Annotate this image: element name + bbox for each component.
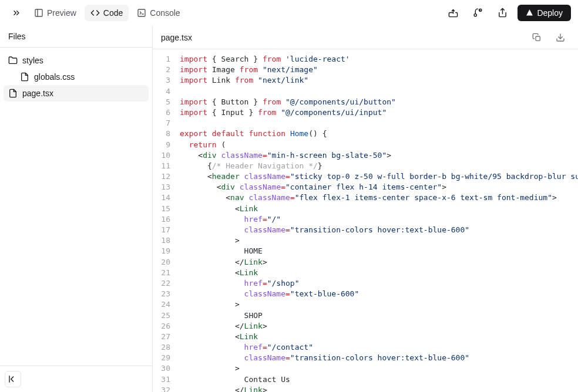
tab-label: Code bbox=[103, 8, 123, 18]
tab-preview[interactable]: Preview bbox=[28, 5, 82, 21]
code-line: className="transition-colors hover:text-… bbox=[180, 353, 578, 363]
line-number: 3 bbox=[153, 75, 170, 86]
share-icon[interactable] bbox=[493, 4, 512, 22]
line-number: 20 bbox=[153, 257, 170, 268]
code-line: import { Button } from "@/components/ui/… bbox=[180, 97, 578, 107]
code-line: href="/" bbox=[180, 214, 578, 225]
line-number: 31 bbox=[153, 374, 170, 385]
code-line bbox=[180, 86, 578, 97]
code-line: SHOP bbox=[180, 310, 578, 321]
code-line: <Link bbox=[180, 332, 578, 342]
sidebar-header: Files bbox=[0, 26, 152, 48]
line-number: 28 bbox=[153, 342, 170, 353]
line-number: 30 bbox=[153, 363, 170, 374]
code-line: className="transition-colors hover:text-… bbox=[180, 225, 578, 235]
line-number: 14 bbox=[153, 192, 170, 203]
file-label: page.tsx bbox=[22, 89, 53, 98]
file-icon bbox=[8, 89, 18, 98]
line-number: 21 bbox=[153, 268, 170, 278]
code-line: href="/contact" bbox=[180, 342, 578, 353]
code-line: <header className="sticky top-0 z-50 w-f… bbox=[180, 171, 578, 182]
code-line: return ( bbox=[180, 140, 578, 150]
deploy-button[interactable]: Deploy bbox=[517, 5, 571, 21]
line-number: 18 bbox=[153, 235, 170, 246]
collapse-sidebar-button[interactable] bbox=[5, 371, 21, 387]
code-line: <Link bbox=[180, 268, 578, 278]
line-number: 5 bbox=[153, 97, 170, 107]
editor-filename: page.tsx bbox=[161, 33, 192, 42]
topbar-right: Deploy bbox=[443, 4, 571, 22]
line-number: 17 bbox=[153, 225, 170, 235]
tab-console[interactable]: Console bbox=[131, 5, 186, 21]
line-number: 27 bbox=[153, 332, 170, 342]
line-number: 26 bbox=[153, 321, 170, 332]
collapse-icon bbox=[8, 374, 18, 384]
line-number: 13 bbox=[153, 182, 170, 192]
code-line: {/* Header Navigation */} bbox=[180, 161, 578, 171]
line-number: 4 bbox=[153, 86, 170, 97]
code-line bbox=[180, 118, 578, 129]
sidebar-footer bbox=[0, 366, 152, 392]
code-line: <div className="container flex h-14 item… bbox=[180, 182, 578, 192]
code-line: </Link> bbox=[180, 321, 578, 332]
editor-pane: page.tsx 1234567891011121314151617181920… bbox=[153, 26, 578, 392]
folder-styles[interactable]: styles bbox=[4, 52, 149, 69]
triangle-icon bbox=[526, 9, 533, 16]
expand-icon[interactable] bbox=[7, 4, 26, 22]
tab-label: Preview bbox=[47, 8, 76, 18]
line-number: 1 bbox=[153, 54, 170, 65]
line-number: 16 bbox=[153, 214, 170, 225]
code-line: > bbox=[180, 235, 578, 246]
code-line: href="/shop" bbox=[180, 278, 578, 289]
tab-code[interactable]: Code bbox=[85, 5, 129, 21]
file-label: globals.css bbox=[34, 72, 75, 82]
line-number: 32 bbox=[153, 385, 170, 392]
code-lines: import { Search } from 'lucide-react'imp… bbox=[176, 49, 578, 392]
line-number: 19 bbox=[153, 246, 170, 256]
folder-icon bbox=[8, 56, 18, 65]
topbar-left: Preview Code Console bbox=[7, 4, 186, 22]
code-line: <nav className="flex flex-1 items-center… bbox=[180, 192, 578, 203]
download-icon bbox=[556, 33, 565, 42]
panel-icon bbox=[34, 8, 43, 18]
code-line: Contact Us bbox=[180, 374, 578, 385]
line-number: 29 bbox=[153, 353, 170, 363]
topbar: Preview Code Console Deploy bbox=[0, 0, 578, 26]
code-line: <Link bbox=[180, 204, 578, 214]
line-number: 23 bbox=[153, 289, 170, 299]
code-line: import { Search } from 'lucide-react' bbox=[180, 54, 578, 65]
line-number: 11 bbox=[153, 161, 170, 171]
copy-button[interactable] bbox=[527, 28, 546, 47]
line-number: 7 bbox=[153, 118, 170, 129]
terminal-icon bbox=[137, 8, 146, 18]
code-area[interactable]: 1234567891011121314151617181920212223242… bbox=[153, 49, 578, 392]
code-line: > bbox=[180, 363, 578, 374]
code-line: import Image from "next/image" bbox=[180, 65, 578, 75]
line-number: 24 bbox=[153, 299, 170, 310]
svg-rect-0 bbox=[35, 9, 42, 16]
line-number: 25 bbox=[153, 310, 170, 321]
code-line: > bbox=[180, 299, 578, 310]
code-line: import { Input } from "@/components/ui/i… bbox=[180, 107, 578, 118]
file-page-tsx[interactable]: page.tsx bbox=[4, 85, 149, 102]
sidebar: Files stylesglobals.csspage.tsx bbox=[0, 26, 153, 392]
file-globals-css[interactable]: globals.css bbox=[4, 69, 149, 85]
file-tree: stylesglobals.csspage.tsx bbox=[0, 48, 152, 366]
file-label: styles bbox=[22, 56, 43, 65]
code-line: className="text-blue-600" bbox=[180, 289, 578, 299]
code-line: </Link> bbox=[180, 385, 578, 392]
line-number: 8 bbox=[153, 129, 170, 139]
deploy-label: Deploy bbox=[537, 8, 563, 18]
download-button[interactable] bbox=[551, 28, 570, 47]
line-number: 2 bbox=[153, 65, 170, 75]
line-number: 6 bbox=[153, 107, 170, 118]
svg-rect-5 bbox=[536, 36, 540, 40]
code-icon bbox=[90, 8, 100, 18]
embed-icon[interactable] bbox=[443, 4, 462, 22]
code-line: import Link from "next/link" bbox=[180, 75, 578, 86]
code-line: export default function Home() { bbox=[180, 129, 578, 139]
line-number: 10 bbox=[153, 150, 170, 161]
line-number: 12 bbox=[153, 171, 170, 182]
code-line: <div className="min-h-screen bg-slate-50… bbox=[180, 150, 578, 161]
branch-icon[interactable] bbox=[468, 4, 487, 22]
